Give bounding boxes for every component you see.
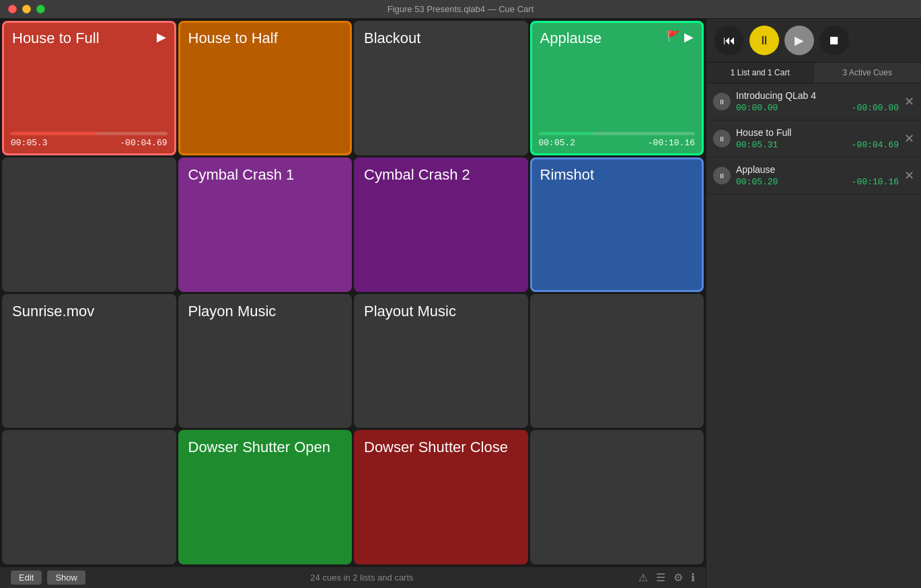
flag-icon: 🚩 xyxy=(667,30,680,42)
active-cue-times: 00:05.20 -00:10.16 xyxy=(736,177,899,187)
active-cue-info-house-to-full-cue: House to Full 00:05.31 -00:04.69 xyxy=(736,127,899,150)
alert-icon[interactable]: ⚠ xyxy=(638,571,648,584)
cue-progress-bar xyxy=(11,132,168,135)
active-cue-remaining: -00:00.00 xyxy=(852,103,899,113)
active-cue-item-house-to-full-cue: ⏸ House to Full 00:05.31 -00:04.69 ✕ xyxy=(706,120,921,157)
minimize-button[interactable] xyxy=(22,5,31,13)
cue-tile-empty-4[interactable] xyxy=(530,430,704,564)
active-cue-close-introducing-qlab[interactable]: ✕ xyxy=(904,94,914,109)
active-cue-pause-house-to-full-cue[interactable]: ⏸ xyxy=(713,130,731,147)
right-panel: ⏮ ⏸ ▶ ⏹ 1 List and 1 Cart 3 Active Cues … xyxy=(706,19,921,588)
cue-tile-title: Cymbal Crash 2 xyxy=(364,166,518,184)
active-cue-name: Introducing QLab 4 xyxy=(736,90,899,101)
rewind-button[interactable]: ⏮ xyxy=(714,26,744,55)
cue-progress-fill xyxy=(11,132,97,135)
cue-tile-playon-music[interactable]: Playon Music xyxy=(178,294,353,429)
show-button[interactable]: Show xyxy=(47,571,85,585)
status-bar-left: Edit Show xyxy=(11,571,85,585)
active-cue-pause-introducing-qlab[interactable]: ⏸ xyxy=(713,93,731,110)
edit-button[interactable]: Edit xyxy=(11,571,42,585)
active-cues-list: ⏸ Introducing QLab 4 00:00.00 -00:00.00 … xyxy=(706,83,921,588)
cue-tile-cymbal-crash-2[interactable]: Cymbal Crash 2 xyxy=(354,157,528,292)
active-cue-elapsed: 00:00.00 xyxy=(736,103,778,113)
settings-icon[interactable]: ⚙ xyxy=(673,571,683,584)
active-cue-elapsed: 00:05.20 xyxy=(736,177,778,187)
info-icon[interactable]: ℹ xyxy=(691,571,695,584)
active-cue-item-introducing-qlab: ⏸ Introducing QLab 4 00:00.00 -00:00.00 … xyxy=(706,83,921,120)
active-cue-name: Applause xyxy=(736,164,899,175)
cue-tile-dowser-shutter-close[interactable]: Dowser Shutter Close xyxy=(354,430,528,564)
cue-tile-blackout[interactable]: Blackout xyxy=(354,21,528,155)
traffic-lights xyxy=(8,5,45,13)
cue-times: 00:05.2 -00:10.16 xyxy=(539,138,696,148)
stop-button[interactable]: ⏹ xyxy=(819,26,849,55)
active-cue-times: 00:05.31 -00:04.69 xyxy=(736,140,899,150)
active-cue-elapsed: 00:05.31 xyxy=(736,140,778,150)
cue-progress-fill xyxy=(539,132,593,135)
play-icon: ▶ xyxy=(157,30,166,44)
cue-remaining: -00:10.16 xyxy=(648,138,695,148)
tab-list-cart[interactable]: 1 List and 1 Cart xyxy=(706,63,814,83)
active-cue-item-applause-cue: ⏸ Applause 00:05.20 -00:10.16 ✕ xyxy=(706,157,921,194)
active-cue-pause-applause-cue[interactable]: ⏸ xyxy=(713,167,731,184)
cue-tile-house-to-half[interactable]: House to Half xyxy=(178,21,353,155)
cue-grid-area: House to Full▶ 00:05.3 -00:04.69 House t… xyxy=(0,19,706,588)
active-cue-info-introducing-qlab: Introducing QLab 4 00:00.00 -00:00.00 xyxy=(736,90,899,113)
active-cue-name: House to Full xyxy=(736,127,899,138)
cue-tile-cymbal-crash-1[interactable]: Cymbal Crash 1 xyxy=(178,157,353,292)
active-cue-remaining: -00:04.69 xyxy=(852,140,899,150)
cue-tile-house-to-full[interactable]: House to Full▶ 00:05.3 -00:04.69 xyxy=(2,21,176,155)
transport-bar: ⏮ ⏸ ▶ ⏹ xyxy=(706,19,921,63)
active-cue-remaining: -00:10.16 xyxy=(852,177,899,187)
cue-tile-empty-1[interactable] xyxy=(2,157,176,292)
cue-grid: House to Full▶ 00:05.3 -00:04.69 House t… xyxy=(0,19,706,566)
play-icon: ▶ xyxy=(684,30,694,44)
cue-tile-bottom: 00:05.3 -00:04.69 xyxy=(11,132,168,148)
active-cue-info-applause-cue: Applause 00:05.20 -00:10.16 xyxy=(736,164,899,187)
cue-tile-title: Dowser Shutter Open xyxy=(188,439,342,456)
cue-tile-title: Playout Music xyxy=(364,303,518,320)
cue-tile-bottom: 00:05.2 -00:10.16 xyxy=(539,132,696,148)
cue-tile-title: Rimshot xyxy=(540,166,694,184)
cue-tile-title: Playon Music xyxy=(188,303,342,320)
cue-remaining: -00:04.69 xyxy=(120,138,167,148)
cue-tile-title: Blackout xyxy=(364,30,518,47)
title-bar: Figure 53 Presents.qlab4 — Cue Cart xyxy=(0,0,921,19)
cue-elapsed: 00:05.2 xyxy=(539,138,576,148)
cue-tile-applause[interactable]: Applause🚩▶ 00:05.2 -00:10.16 xyxy=(530,21,704,155)
window-title: Figure 53 Presents.qlab4 — Cue Cart xyxy=(388,4,534,14)
cue-elapsed: 00:05.3 xyxy=(11,138,48,148)
active-cue-close-applause-cue[interactable]: ✕ xyxy=(904,168,914,183)
cue-tile-sunrise-mov[interactable]: Sunrise.mov xyxy=(2,294,176,429)
tab-active-cues[interactable]: 3 Active Cues xyxy=(814,63,922,83)
active-cue-close-house-to-full-cue[interactable]: ✕ xyxy=(904,131,914,146)
cue-times: 00:05.3 -00:04.69 xyxy=(11,138,168,148)
maximize-button[interactable] xyxy=(36,5,45,13)
cue-tile-title: Cymbal Crash 1 xyxy=(188,166,342,184)
pause-button[interactable]: ⏸ xyxy=(749,26,779,55)
status-center-text: 24 cues in 2 lists and carts xyxy=(310,573,413,583)
list-icon[interactable]: ☰ xyxy=(656,571,665,584)
cue-tile-title: House to Half xyxy=(188,30,342,47)
cue-tile-playout-music[interactable]: Playout Music xyxy=(354,294,528,429)
cue-tile-empty-3[interactable] xyxy=(2,430,176,564)
cue-progress-bar xyxy=(539,132,696,135)
active-cue-times: 00:00.00 -00:00.00 xyxy=(736,103,899,113)
cue-tile-dowser-shutter-open[interactable]: Dowser Shutter Open xyxy=(178,430,353,564)
cue-tile-rimshot[interactable]: Rimshot xyxy=(530,157,704,292)
panel-tabs: 1 List and 1 Cart 3 Active Cues xyxy=(706,63,921,83)
main-content: House to Full▶ 00:05.3 -00:04.69 House t… xyxy=(0,19,921,588)
play-button[interactable]: ▶ xyxy=(784,26,814,55)
cue-tile-title: House to Full xyxy=(12,30,166,47)
cue-tile-empty-2[interactable] xyxy=(530,294,704,429)
status-right: ⚠ ☰ ⚙ ℹ xyxy=(638,571,695,584)
close-button[interactable] xyxy=(8,5,17,13)
cue-tile-title: Sunrise.mov xyxy=(12,303,166,320)
cue-tile-title: Dowser Shutter Close xyxy=(364,439,518,456)
status-bar: Edit Show 24 cues in 2 lists and carts ⚠… xyxy=(0,566,706,588)
